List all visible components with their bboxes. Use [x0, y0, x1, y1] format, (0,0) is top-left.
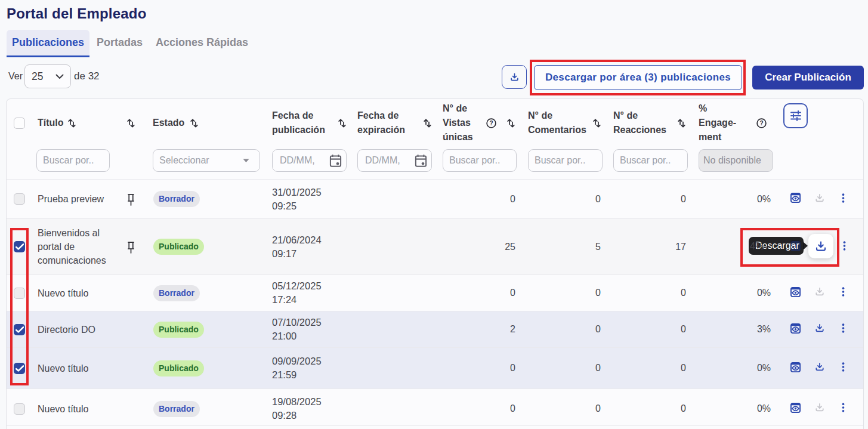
svg-text:?: ? — [759, 120, 763, 126]
svg-text:?: ? — [489, 120, 493, 126]
